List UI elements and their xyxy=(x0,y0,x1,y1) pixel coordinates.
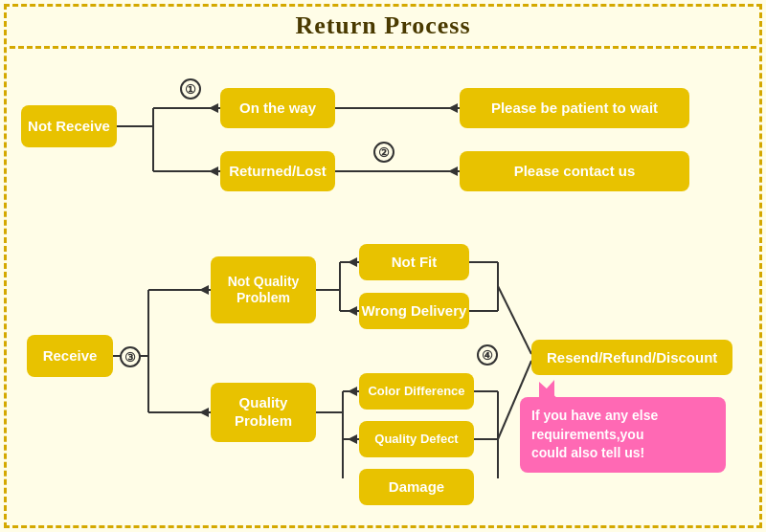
on-the-way-box: On the way xyxy=(220,88,335,128)
wrong-delivery-box: Wrong Delivery xyxy=(359,293,469,329)
receive-box: Receive xyxy=(27,335,113,377)
circle-4: ④ xyxy=(477,344,498,366)
resend-box: Resend/Refund/Discount xyxy=(531,340,732,375)
please-contact-box: Please contact us xyxy=(460,151,689,191)
svg-marker-5 xyxy=(209,166,218,176)
quality-defect-box: Quality Defect xyxy=(359,421,474,457)
svg-marker-25 xyxy=(348,387,357,396)
svg-marker-21 xyxy=(348,306,357,316)
title-divider xyxy=(10,46,756,49)
not-fit-box: Not Fit xyxy=(359,244,469,280)
tooltip-text: If you have any elserequirements,youcoul… xyxy=(531,408,658,460)
svg-marker-9 xyxy=(448,166,458,176)
svg-marker-27 xyxy=(348,434,357,444)
circle-3: ③ xyxy=(120,346,141,367)
tooltip-box: If you have any elserequirements,youcoul… xyxy=(520,397,726,473)
returned-lost-box: Returned/Lost xyxy=(220,151,335,191)
quality-box: Quality Problem xyxy=(211,383,316,442)
circle-1: ① xyxy=(180,78,201,100)
svg-marker-13 xyxy=(199,285,209,295)
color-diff-box: Color Difference xyxy=(359,373,474,410)
svg-marker-19 xyxy=(348,257,357,267)
svg-marker-4 xyxy=(209,103,218,113)
circle-2: ② xyxy=(373,142,394,163)
please-wait-box: Please be patient to wait xyxy=(460,88,689,128)
svg-marker-15 xyxy=(199,408,209,417)
svg-marker-7 xyxy=(448,103,458,113)
page-title: Return Process xyxy=(0,0,766,46)
svg-line-38 xyxy=(498,286,531,354)
not-receive-box: Not Receive xyxy=(21,105,117,147)
damage-box: Damage xyxy=(359,469,474,505)
not-quality-box: Not Quality Problem xyxy=(211,256,316,323)
